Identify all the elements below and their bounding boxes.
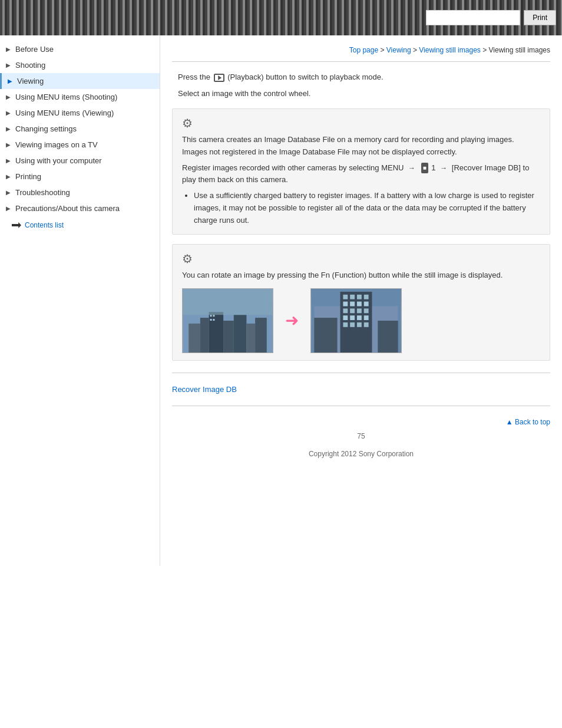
rotate-arrow: ➜ [285, 312, 299, 329]
svg-rect-32 [343, 322, 348, 327]
sidebar-label: Before Use [15, 45, 54, 54]
svg-rect-23 [364, 302, 369, 307]
page-number: 75 [172, 432, 550, 440]
step1-text: Press the [178, 73, 210, 81]
note-box-1: ⚙ This camera creates an Image Database … [172, 108, 550, 235]
header-search-area: Print [426, 10, 556, 25]
svg-rect-33 [350, 322, 355, 327]
svg-rect-19 [364, 295, 369, 299]
svg-rect-12 [213, 319, 214, 321]
note1-bracket: [Recover Image DB] [452, 163, 521, 172]
sidebar-item-troubleshooting[interactable]: ▶ Troubleshooting [0, 185, 160, 200]
image-section: ➜ [182, 288, 540, 353]
arrow-icon: ▶ [6, 46, 12, 52]
svg-rect-1 [189, 324, 200, 353]
breadcrumb-top[interactable]: Top page [349, 46, 378, 54]
svg-rect-26 [357, 309, 362, 314]
note1-para2-start: Register images recorded with other came… [182, 163, 404, 172]
recover-section: Recover Image DB [172, 385, 550, 394]
sidebar-item-printing[interactable]: ▶ Printing [0, 169, 160, 185]
header: Print [0, 0, 562, 35]
note1-db-num: 1 [431, 163, 435, 172]
svg-rect-21 [350, 302, 355, 307]
svg-rect-27 [364, 309, 369, 314]
arrow-icon: ▶ [6, 173, 12, 180]
svg-rect-24 [343, 309, 348, 314]
svg-rect-28 [343, 316, 348, 321]
breadcrumb-sep2: > [413, 46, 419, 54]
svg-rect-9 [210, 315, 212, 317]
arrow-icon: ▶ [6, 157, 12, 164]
svg-rect-25 [350, 309, 355, 314]
svg-rect-6 [246, 324, 255, 353]
print-button[interactable]: Print [524, 10, 556, 25]
playback-icon [214, 74, 224, 82]
breadcrumb-viewing-still[interactable]: Viewing still images [419, 46, 481, 54]
step-2: Select an image with the control wheel. [178, 88, 550, 100]
svg-rect-30 [357, 316, 362, 321]
svg-rect-4 [223, 321, 234, 353]
sidebar-label: Troubleshooting [15, 188, 70, 197]
svg-rect-2 [200, 318, 209, 353]
menu-arrow-1: → [408, 163, 415, 174]
sidebar-label: Using MENU items (Shooting) [15, 93, 117, 101]
sidebar-item-before-use[interactable]: ▶ Before Use [0, 41, 160, 57]
sidebar-label: Changing settings [15, 124, 77, 133]
svg-rect-18 [357, 295, 362, 299]
sidebar-item-viewing[interactable]: ▶ Viewing [0, 73, 160, 89]
sidebar-item-menu-viewing[interactable]: ▶ Using MENU items (Viewing) [0, 105, 160, 121]
arrow-icon: ▶ [8, 78, 14, 84]
menu-arrow-2: → [440, 163, 447, 174]
main-layout: ▶ Before Use ▶ Shooting ▶ Viewing ▶ Usin… [0, 35, 562, 566]
sidebar-item-precautions[interactable]: ▶ Precautions/About this camera [0, 200, 160, 216]
contents-arrow-icon [12, 222, 21, 228]
svg-rect-34 [357, 322, 362, 327]
svg-rect-3 [209, 312, 224, 353]
note1-para1: This camera creates an Image Database Fi… [182, 134, 540, 159]
contents-list-label: Contents list [25, 221, 64, 229]
svg-rect-5 [234, 315, 247, 353]
breadcrumb-viewing[interactable]: Viewing [386, 46, 411, 54]
back-to-top-section: ▲ Back to top [172, 418, 550, 426]
sidebar-item-viewing-tv[interactable]: ▶ Viewing images on a TV [0, 137, 160, 153]
svg-rect-17 [350, 295, 355, 299]
sidebar-item-changing-settings[interactable]: ▶ Changing settings [0, 121, 160, 137]
image-after [310, 288, 402, 353]
image-before [182, 288, 273, 353]
svg-rect-11 [210, 319, 212, 321]
note1-bullet-list: Use a sufficiently charged battery to re… [182, 190, 540, 226]
arrow-icon: ▶ [6, 141, 12, 148]
svg-rect-16 [343, 295, 348, 299]
svg-rect-22 [357, 302, 362, 307]
arrow-icon: ▶ [6, 126, 12, 132]
svg-rect-8 [183, 289, 272, 315]
sidebar-item-using-computer[interactable]: ▶ Using with your computer [0, 153, 160, 169]
note-icon-2: ⚙ [182, 252, 540, 266]
content-area: Top page > Viewing > Viewing still image… [160, 35, 562, 566]
svg-rect-31 [364, 316, 369, 321]
note2-para: You can rotate an image by pressing the … [182, 269, 540, 282]
breadcrumb-sep1: > [380, 46, 386, 54]
svg-rect-7 [255, 318, 267, 353]
contents-list-link[interactable]: Contents list [0, 216, 160, 234]
back-to-top-link[interactable]: ▲ Back to top [506, 418, 550, 426]
svg-rect-37 [378, 321, 398, 353]
svg-rect-29 [350, 316, 355, 321]
arrow-icon: ▶ [6, 205, 12, 212]
recover-link[interactable]: Recover Image DB [172, 385, 237, 394]
sidebar-item-shooting[interactable]: ▶ Shooting [0, 57, 160, 73]
arrow-icon: ▶ [6, 110, 12, 116]
footer: Copyright 2012 Sony Corporation [172, 440, 550, 476]
breadcrumb: Top page > Viewing > Viewing still image… [172, 41, 550, 62]
db-icon: ■ [421, 163, 428, 173]
sidebar-label: Viewing images on a TV [15, 140, 98, 149]
svg-rect-20 [343, 302, 348, 307]
step-1: Press the (Playback) button to switch to… [178, 71, 550, 83]
search-input[interactable] [426, 10, 520, 25]
note1-para2: Register images recorded with other came… [182, 162, 540, 187]
svg-rect-15 [340, 292, 372, 353]
arrow-icon: ▶ [6, 94, 12, 100]
arrow-icon: ▶ [6, 189, 12, 196]
svg-rect-36 [314, 318, 337, 353]
sidebar-item-menu-shooting[interactable]: ▶ Using MENU items (Shooting) [0, 89, 160, 105]
